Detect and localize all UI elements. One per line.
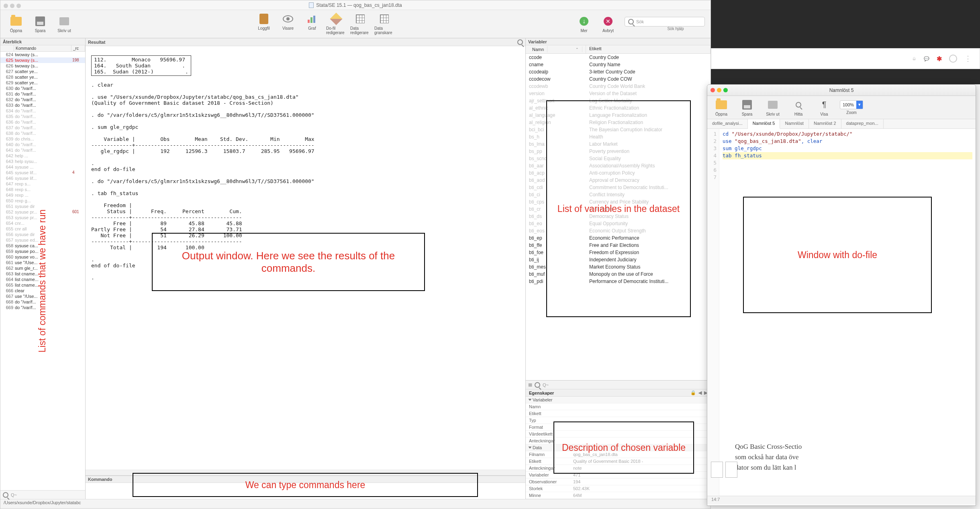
variable-row[interactable]: bti_crCivil Rights [526, 206, 710, 213]
variable-row[interactable]: ccodewbCountry Code World Bank [526, 83, 710, 90]
variable-row[interactable]: ajr_settmortLog Settler Mortality [526, 97, 710, 104]
variable-row[interactable]: bti_acpAnti-corruption Policy [526, 169, 710, 177]
properties-var-section[interactable]: Variabeler [526, 397, 710, 403]
variable-row[interactable]: bti_mesMarket Economy Status [526, 263, 710, 271]
search-input[interactable]: Sök [625, 17, 705, 26]
more-button[interactable]: ↓Mer [574, 15, 594, 33]
open-button[interactable]: Öppna [711, 99, 731, 116]
review-row[interactable]: 625twoway (s...198 [0, 57, 85, 63]
review-row[interactable]: 664list cname... [0, 277, 85, 282]
review-row[interactable]: 645sysuse lif...4 [0, 170, 85, 175]
dofile-tab[interactable]: Namnlöst [780, 119, 808, 128]
chevron-up-icon[interactable]: ⌃ [572, 47, 582, 52]
lock-icon[interactable]: 🔒 [690, 390, 696, 395]
save-button[interactable]: Spara [737, 99, 757, 116]
variable-row[interactable]: bti_pdiPerformance of Democratic Institu… [526, 278, 710, 285]
variable-row[interactable]: ccodecowCountry Code COW [526, 75, 710, 83]
window-controls[interactable] [0, 1, 24, 10]
review-row[interactable]: 666clear [0, 288, 85, 293]
command-input[interactable] [86, 483, 525, 499]
do-editor-button[interactable]: Do-fil redigerare [326, 13, 346, 35]
review-row[interactable]: 661use "/Use... [0, 260, 85, 265]
dofile-tab[interactable]: Namnlöst 2 [809, 119, 841, 128]
maximize-icon[interactable] [16, 4, 21, 8]
review-row[interactable]: 652sysuse pr...601 [0, 209, 85, 215]
data-browser-button[interactable]: Data granskare [374, 13, 394, 35]
variable-row[interactable]: bti_epEconomic Performance [526, 234, 710, 242]
review-row[interactable]: 654cnr... [0, 220, 85, 226]
dofile-tab[interactable]: dataprep_mon... [841, 119, 884, 128]
break-button[interactable]: ✕Avbryt [598, 15, 618, 33]
variable-row[interactable]: versionVersion of the Dataset [526, 90, 710, 97]
review-row[interactable]: 646sysuse lif... [0, 175, 85, 181]
dofile-tab[interactable]: dofile_analysi... [707, 119, 748, 128]
review-row[interactable]: 643help sysu... [0, 159, 85, 164]
review-row[interactable]: 640do "/var/f... [0, 142, 85, 147]
variable-row[interactable]: bs_lmaLabor Market [526, 140, 710, 148]
variable-row[interactable]: al_languageLanguage Fractionalization [526, 112, 710, 119]
variable-row[interactable]: bti_eosEconomic Output Strength [526, 227, 710, 234]
review-row[interactable]: 653sysuse pr... [0, 215, 85, 220]
search-icon[interactable] [517, 39, 523, 45]
variable-row[interactable]: bti_aarAssociational/Assembly Rights [526, 162, 710, 169]
close-icon[interactable] [4, 4, 8, 8]
variable-row[interactable]: bti_cpsCurrency and Price Stability [526, 198, 710, 206]
review-row[interactable]: 663list cname... [0, 271, 85, 277]
review-row[interactable]: 658sysuse ca... [0, 243, 85, 248]
review-row[interactable]: 659sysuse po... [0, 248, 85, 254]
review-search[interactable]: Q~ [0, 490, 85, 499]
variables-list[interactable]: ccodeCountry CodecnameCountry Nameccodea… [526, 54, 710, 380]
variable-row[interactable]: bti_ffeFree and Fair Elections [526, 242, 710, 249]
minimize-icon[interactable] [10, 4, 14, 8]
review-row[interactable]: 634do "/var/f... [0, 108, 85, 114]
variable-row[interactable]: ccodealp3-letter Country Code [526, 68, 710, 75]
zoom-select[interactable]: 100%▾ [840, 100, 863, 109]
prev-icon[interactable]: ◀ [698, 390, 702, 395]
review-row[interactable]: 655cnr all [0, 226, 85, 232]
review-row[interactable]: 648rexp s... [0, 187, 85, 192]
variable-row[interactable]: bti_mufMonopoly on the use of Force [526, 271, 710, 278]
review-row[interactable]: 651sysuse dir [0, 204, 85, 209]
review-row[interactable]: 627scatter ye... [0, 69, 85, 74]
variable-row[interactable]: bti_foeFreedom of Expression [526, 249, 710, 256]
review-row[interactable]: 647rexp s... [0, 181, 85, 187]
variable-row[interactable]: bti_eoEqual Opportunity [526, 220, 710, 227]
review-row[interactable]: 656sysuse dir [0, 232, 85, 237]
print-button[interactable]: Skriv ut [763, 99, 783, 116]
variables-search[interactable]: ▦ Q~ [526, 381, 710, 389]
review-row[interactable]: 650rexp g... [0, 198, 85, 204]
variable-row[interactable]: bti_dsDemocracy Status [526, 213, 710, 220]
variable-row[interactable]: bti_ijIndependent Judiciary [526, 256, 710, 263]
variable-row[interactable]: al_ethnicEthnic Fractionalization [526, 104, 710, 112]
dofile-editor[interactable]: 1234567 cd "/Users/xsunde/Dropbox/Jupyte… [707, 129, 976, 496]
review-row[interactable]: 628scatter ye... [0, 74, 85, 80]
variable-row[interactable]: cnameCountry Name [526, 61, 710, 68]
review-row[interactable]: 644sysuse ... [0, 164, 85, 170]
variable-row[interactable]: bti_cdiCommitment to Democratic Institut… [526, 184, 710, 191]
review-row[interactable]: 667use "/Use... [0, 293, 85, 299]
open-button[interactable]: Öppna [6, 15, 26, 33]
save-button[interactable]: Spara [30, 15, 50, 33]
review-row[interactable]: 635do "/var/f... [0, 114, 85, 119]
variable-row[interactable]: ccodeCountry Code [526, 54, 710, 61]
print-button[interactable]: Skriv ut [54, 15, 74, 33]
review-row[interactable]: 642help ... [0, 153, 85, 159]
show-button[interactable]: ¶Visa [814, 99, 834, 116]
review-row[interactable]: 669do "/var/f... [0, 305, 85, 310]
review-row[interactable]: 624twoway (s... [0, 52, 85, 57]
variable-row[interactable]: bti_ciConflict Intensity [526, 191, 710, 198]
review-row[interactable]: 660sysuse vo... [0, 254, 85, 260]
viewer-button[interactable]: Visare [278, 13, 298, 35]
review-row[interactable]: 638do "/var/f... [0, 130, 85, 136]
results-scrollbar[interactable] [86, 470, 525, 475]
variable-row[interactable]: bs_hHealth [526, 133, 710, 140]
review-row[interactable]: 630do "/var/f... [0, 86, 85, 91]
review-row[interactable]: 637do "/var/f... [0, 125, 85, 130]
review-row[interactable]: 665list cname... [0, 282, 85, 288]
log-button[interactable]: Loggfil [254, 13, 274, 35]
variable-row[interactable]: bci_bciThe Bayesian Corruption Indicator [526, 126, 710, 133]
review-row[interactable]: 626twoway (s... [0, 63, 85, 69]
review-list[interactable]: 624twoway (s...625twoway (s...198626twow… [0, 52, 85, 490]
graph-button[interactable]: Graf [302, 13, 322, 35]
review-row[interactable]: 649rexp ... [0, 192, 85, 198]
